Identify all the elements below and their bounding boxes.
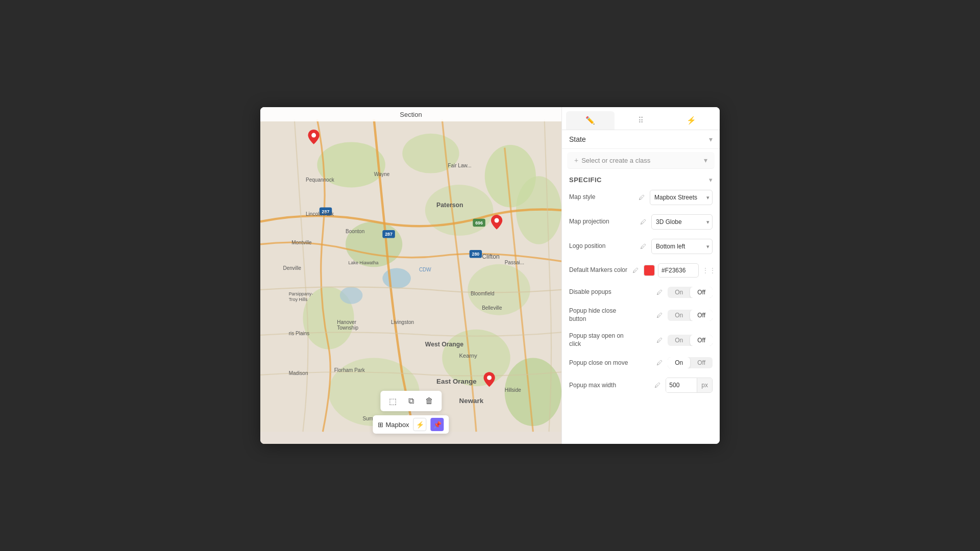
mapbox-label: ⊞ Mapbox — [378, 421, 409, 429]
svg-text:Kearny: Kearny — [459, 353, 478, 359]
svg-point-54 — [487, 375, 492, 380]
popup-stay-open-off[interactable]: Off — [690, 335, 713, 346]
map-projection-label: Map projection — [569, 218, 630, 226]
state-label: State — [569, 135, 586, 143]
popup-stay-open-controls: 🖊 On Off — [654, 335, 713, 346]
svg-text:Newark: Newark — [459, 397, 484, 405]
setting-popup-hide-close: Popup hide close button 🖊 On Off — [567, 304, 715, 326]
settings-body: Map style 🖊 Mapbox Streets Mapbox Satell… — [562, 187, 720, 396]
map-style-select[interactable]: Mapbox Streets Mapbox Satellite Mapbox L… — [650, 190, 713, 205]
class-row-left: + Select or create a class — [574, 156, 650, 164]
svg-text:Denville: Denville — [283, 265, 302, 271]
color-swatch[interactable] — [644, 265, 655, 276]
popup-stay-open-on[interactable]: On — [668, 335, 690, 346]
setting-popup-close-on-move: Popup close on move 🖊 On Off — [567, 354, 715, 371]
map-projection-icon[interactable]: 🖊 — [638, 217, 648, 227]
map-style-controls: 🖊 Mapbox Streets Mapbox Satellite Mapbox… — [636, 190, 713, 205]
svg-text:Montville: Montville — [291, 240, 312, 245]
markers-color-controls: 🖊 ⋮⋮ — [630, 263, 716, 278]
map-toolbar: ⬚ ⧉ 🗑 ⊞ Mapbox ⚡ 📌 — [373, 391, 449, 434]
tab-layout[interactable]: ⠿ — [617, 111, 665, 130]
disable-popups-on[interactable]: On — [668, 287, 690, 298]
specific-header[interactable]: Specific ▾ — [562, 172, 720, 187]
popup-stay-open-label: Popup stay open on click — [569, 332, 630, 348]
popup-hide-close-on[interactable]: On — [668, 310, 690, 321]
setting-popup-max-width: Popup max width 🖊 px — [567, 374, 715, 396]
expand-button[interactable]: ⬚ — [385, 394, 400, 408]
lightning-icon: ⚡ — [416, 421, 424, 429]
popup-hide-close-controls: 🖊 On Off — [654, 310, 713, 321]
map-projection-select[interactable]: 3D Globe Mercator Albers — [651, 214, 713, 230]
svg-text:Parsippany-: Parsippany- — [289, 291, 313, 296]
disable-popups-controls: 🖊 On Off — [654, 287, 713, 298]
lightning-button[interactable]: ⚡ — [413, 418, 427, 431]
class-row[interactable]: + Select or create a class ▾ — [567, 152, 715, 169]
map-style-icon[interactable]: 🖊 — [636, 192, 647, 203]
popup-max-width-icon[interactable]: 🖊 — [652, 380, 663, 390]
color-hex-input[interactable] — [658, 263, 699, 278]
map-style-select-wrapper: Mapbox Streets Mapbox Satellite Mapbox L… — [650, 190, 713, 205]
popup-hide-close-off[interactable]: Off — [690, 310, 713, 321]
setting-markers-color: Default Markers color 🖊 ⋮⋮ — [567, 260, 715, 281]
map-tools-row: ⬚ ⧉ 🗑 — [380, 391, 442, 411]
svg-text:Florham Park: Florham Park — [334, 367, 365, 373]
class-chevron-icon: ▾ — [704, 156, 707, 164]
disable-popups-icon[interactable]: 🖊 — [654, 287, 665, 297]
copy-button[interactable]: ⧉ — [404, 394, 418, 408]
pin-button[interactable]: 📌 — [431, 418, 444, 431]
setting-logo-position: Logo position 🖊 Bottom left Bottom right… — [567, 236, 715, 257]
svg-text:Madison: Madison — [289, 370, 308, 376]
svg-text:287: 287 — [385, 232, 393, 237]
svg-point-52 — [311, 133, 316, 138]
svg-text:Fair Law...: Fair Law... — [448, 163, 471, 168]
svg-text:Troy Hills: Troy Hills — [289, 297, 308, 302]
svg-point-53 — [495, 218, 499, 223]
map-projection-select-wrapper: 3D Globe Mercator Albers — [651, 214, 713, 230]
delete-button[interactable]: 🗑 — [422, 394, 436, 408]
setting-map-projection: Map projection 🖊 3D Globe Mercator Alber… — [567, 211, 715, 233]
specific-chevron-icon: ▾ — [709, 176, 713, 184]
logo-position-select[interactable]: Bottom left Bottom right Top left Top ri… — [651, 239, 713, 254]
svg-text:696: 696 — [475, 220, 483, 226]
popup-hide-close-toggle: On Off — [668, 310, 713, 321]
setting-disable-popups: Disable popups 🖊 On Off — [567, 284, 715, 301]
disable-popups-off[interactable]: Off — [690, 287, 713, 298]
popup-max-width-input[interactable] — [666, 378, 697, 392]
disable-popups-label: Disable popups — [569, 288, 630, 296]
setting-map-style: Map style 🖊 Mapbox Streets Mapbox Satell… — [567, 187, 715, 208]
map-style-label: Map style — [569, 193, 630, 202]
logo-position-controls: 🖊 Bottom left Bottom right Top left Top … — [638, 239, 713, 254]
plus-icon: + — [574, 156, 578, 164]
map-label-row: ⊞ Mapbox ⚡ 📌 — [373, 415, 449, 434]
popup-hide-close-icon[interactable]: 🖊 — [654, 310, 665, 320]
map-projection-controls: 🖊 3D Globe Mercator Albers — [638, 214, 713, 230]
main-container: Section — [260, 107, 720, 444]
svg-text:Lincoln Park: Lincoln Park — [306, 211, 334, 217]
svg-text:Clifton: Clifton — [482, 253, 500, 260]
popup-close-on-move-icon[interactable]: 🖊 — [654, 358, 665, 368]
popup-close-on-move-label: Popup close on move — [569, 359, 630, 367]
markers-color-icon[interactable]: 🖊 — [630, 265, 641, 276]
right-panel: ✏️ ⠿ ⚡ State ▾ + Select or create a clas… — [561, 107, 720, 444]
popup-max-width-label: Popup max width — [569, 382, 630, 390]
popup-close-on-move-off[interactable]: Off — [690, 357, 713, 368]
svg-text:Lake Hiawatha: Lake Hiawatha — [349, 260, 379, 265]
popup-stay-open-icon[interactable]: 🖊 — [654, 335, 665, 345]
tab-bar: ✏️ ⠿ ⚡ — [562, 107, 720, 130]
svg-text:Bloomfield: Bloomfield — [471, 291, 495, 296]
tab-lightning[interactable]: ⚡ — [667, 111, 716, 130]
specific-title: Specific — [569, 176, 602, 184]
svg-text:280: 280 — [472, 252, 479, 257]
svg-text:Wayne: Wayne — [374, 171, 390, 177]
logo-position-icon[interactable]: 🖊 — [638, 241, 648, 252]
popup-stay-open-toggle: On Off — [668, 335, 713, 346]
svg-text:East Orange: East Orange — [436, 378, 477, 385]
state-row[interactable]: State ▾ — [562, 130, 720, 149]
tab-edit[interactable]: ✏️ — [566, 111, 615, 130]
drag-icon: ⋮⋮ — [702, 266, 716, 274]
state-chevron-icon: ▾ — [709, 135, 713, 143]
popup-close-on-move-on[interactable]: On — [668, 357, 690, 368]
class-placeholder: Select or create a class — [581, 157, 650, 164]
logo-position-label: Logo position — [569, 242, 630, 251]
setting-popup-stay-open: Popup stay open on click 🖊 On Off — [567, 329, 715, 351]
